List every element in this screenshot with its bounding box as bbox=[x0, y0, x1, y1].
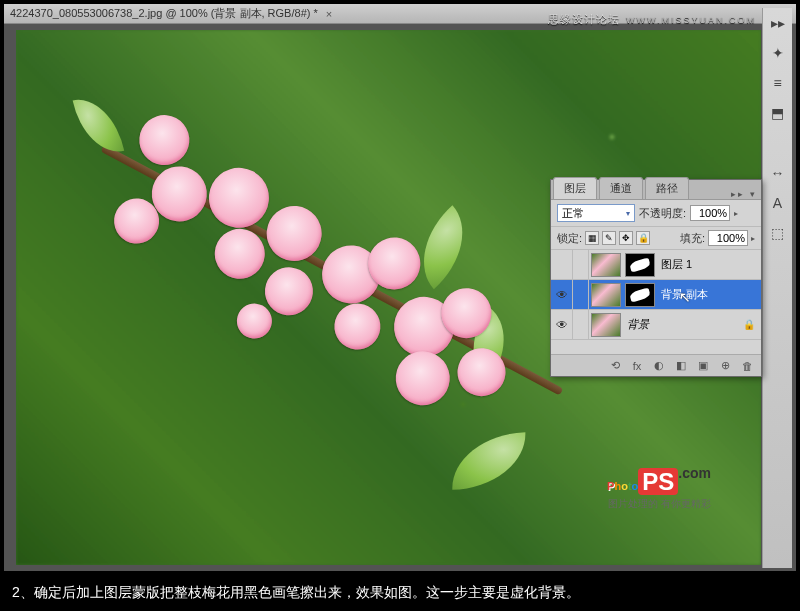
delete-layer-icon[interactable]: 🗑 bbox=[739, 360, 755, 372]
histogram-icon[interactable]: ≡ bbox=[767, 72, 789, 94]
fill-label: 填充: bbox=[680, 231, 705, 246]
layer-name[interactable]: 背景 bbox=[627, 317, 649, 332]
panel-menu-icon[interactable]: ▸▸ ▾ bbox=[731, 189, 757, 199]
group-icon[interactable]: ▣ bbox=[695, 359, 711, 372]
lock-label: 锁定: bbox=[557, 231, 582, 246]
flower bbox=[449, 340, 514, 405]
layer-row[interactable]: 图层 1 bbox=[551, 250, 761, 280]
color-icon[interactable]: ⬒ bbox=[767, 102, 789, 124]
lock-position-icon[interactable]: ✥ bbox=[619, 231, 633, 245]
link-layers-icon[interactable]: ⟲ bbox=[607, 359, 623, 372]
lock-all-icon[interactable]: 🔒 bbox=[636, 231, 650, 245]
lock-icon: 🔒 bbox=[743, 319, 755, 330]
tab-channels[interactable]: 通道 bbox=[599, 177, 643, 199]
character-icon[interactable]: A bbox=[767, 192, 789, 214]
layer-thumbnail[interactable] bbox=[591, 253, 621, 277]
watermark-top: 思缘设计论坛WWW.MISSYUAN.COM bbox=[548, 12, 756, 27]
tab-paths[interactable]: 路径 bbox=[645, 177, 689, 199]
logo-subtitle: 图片处理的 有你更精彩 bbox=[608, 497, 711, 511]
lock-pixels-icon[interactable]: ✎ bbox=[602, 231, 616, 245]
visibility-toggle[interactable]: 👁 bbox=[551, 310, 573, 339]
link-cell[interactable] bbox=[573, 250, 589, 279]
photoshop-window: 4224370_080553006738_2.jpg @ 100% (背景 副本… bbox=[4, 4, 796, 571]
blend-opacity-row: 正常 ▾ 不透明度: 100% ▸ bbox=[551, 200, 761, 227]
blend-mode-select[interactable]: 正常 ▾ bbox=[557, 204, 635, 222]
swatches-icon[interactable] bbox=[767, 132, 789, 154]
mask-icon[interactable]: ◐ bbox=[651, 359, 667, 372]
link-cell[interactable] bbox=[573, 280, 589, 309]
layer-thumbnail[interactable] bbox=[591, 313, 621, 337]
opacity-input[interactable]: 100% bbox=[690, 205, 730, 221]
fill-input[interactable]: 100% bbox=[708, 230, 748, 246]
layer-mask-thumbnail[interactable] bbox=[625, 283, 655, 307]
lock-transparent-icon[interactable]: ▦ bbox=[585, 231, 599, 245]
adjustment-layer-icon[interactable]: ◧ bbox=[673, 359, 689, 372]
flower bbox=[386, 342, 459, 415]
screenshot-frame: 4224370_080553006738_2.jpg @ 100% (背景 副本… bbox=[0, 0, 800, 575]
close-tab-icon[interactable]: × bbox=[326, 8, 332, 20]
fx-icon[interactable]: fx bbox=[629, 360, 645, 372]
chevron-down-icon: ▾ bbox=[626, 209, 630, 218]
visibility-toggle[interactable]: 👁 bbox=[551, 280, 573, 309]
layer-list: 图层 1 👁 背景 副本 ↖ 👁 背景 🔒 bbox=[551, 250, 761, 354]
layer-name[interactable]: 图层 1 bbox=[661, 257, 692, 272]
lock-fill-row: 锁定: ▦ ✎ ✥ 🔒 填充: 100% ▸ bbox=[551, 227, 761, 250]
adjustments-icon[interactable]: ↔ bbox=[767, 162, 789, 184]
layer-row-selected[interactable]: 👁 背景 副本 ↖ bbox=[551, 280, 761, 310]
layer-name[interactable]: 背景 副本 bbox=[661, 287, 708, 302]
tab-layers[interactable]: 图层 bbox=[553, 177, 597, 199]
link-cell[interactable] bbox=[573, 310, 589, 339]
right-toolbar: ▸▸ ✦ ≡ ⬒ ↔ A ⬚ bbox=[762, 8, 792, 568]
layer-thumbnail[interactable] bbox=[591, 283, 621, 307]
tutorial-caption: 2、确定后加上图层蒙版把整枝梅花用黑色画笔擦出来，效果如图。这一步主要是虚化背景… bbox=[0, 575, 800, 611]
visibility-toggle[interactable] bbox=[551, 250, 573, 279]
styles-icon[interactable]: ⬚ bbox=[767, 222, 789, 244]
new-layer-icon[interactable]: ⊕ bbox=[717, 359, 733, 372]
opacity-flyout-icon[interactable]: ▸ bbox=[734, 209, 738, 218]
blend-mode-value: 正常 bbox=[562, 206, 584, 221]
layer-row[interactable]: 👁 背景 🔒 bbox=[551, 310, 761, 340]
photops-logo: PhotoPS.com bbox=[607, 465, 711, 497]
flower bbox=[326, 295, 388, 357]
document-title: 4224370_080553006738_2.jpg @ 100% (背景 副本… bbox=[10, 6, 318, 21]
collapse-icon[interactable]: ▸▸ bbox=[767, 12, 789, 34]
layers-panel-footer: ⟲ fx ◐ ◧ ▣ ⊕ 🗑 bbox=[551, 354, 761, 376]
navigator-icon[interactable]: ✦ bbox=[767, 42, 789, 64]
layer-mask-thumbnail[interactable] bbox=[625, 253, 655, 277]
panel-tabs: 图层 通道 路径 ▸▸ ▾ bbox=[551, 180, 761, 200]
opacity-label: 不透明度: bbox=[639, 206, 686, 221]
fill-flyout-icon[interactable]: ▸ bbox=[751, 234, 755, 243]
layers-panel[interactable]: 图层 通道 路径 ▸▸ ▾ 正常 ▾ 不透明度: 100% ▸ 锁定: ▦ ✎ … bbox=[550, 179, 762, 377]
